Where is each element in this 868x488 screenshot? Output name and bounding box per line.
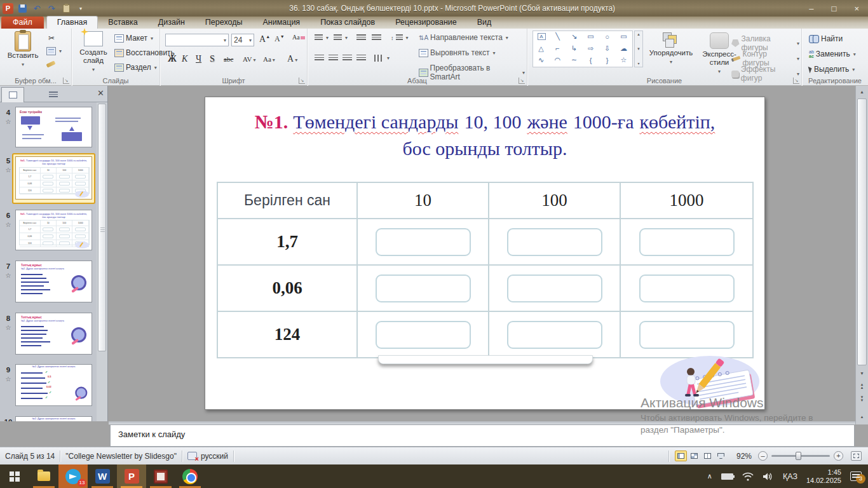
taskbar-picture-manager[interactable] <box>146 464 175 488</box>
previous-slide-button[interactable]: ▲▲ <box>857 381 867 391</box>
find-button[interactable]: Найти <box>807 34 844 44</box>
animation-star-icon[interactable]: ☆ <box>2 324 15 331</box>
justify-button[interactable] <box>355 54 368 62</box>
tab-outline[interactable] <box>42 87 65 102</box>
italic-button[interactable]: К <box>182 54 187 64</box>
slide-sorter-view-button[interactable] <box>688 451 700 461</box>
columns-button[interactable] <box>372 54 391 62</box>
bullets-button[interactable] <box>313 34 330 42</box>
text-shadow-button[interactable]: S <box>210 54 215 64</box>
grow-font-button[interactable]: А▲ <box>259 34 270 44</box>
section-button[interactable]: Раздел <box>112 62 159 72</box>
taskbar-clock[interactable]: 1:4514.02.2025 <box>806 468 841 485</box>
tray-chevron-icon[interactable]: ∧ <box>707 472 712 480</box>
scroll-down-button[interactable]: ▼ <box>857 368 867 379</box>
format-painter-button[interactable] <box>44 62 57 67</box>
wifi-icon[interactable] <box>742 472 754 481</box>
slide-thumbnail-5-selected[interactable]: №1. Төмендегі сандарды 10, 100 және 1000… <box>12 153 95 204</box>
partial-text-box[interactable] <box>378 355 593 364</box>
underline-button[interactable]: Ч <box>196 54 201 64</box>
shrink-font-button[interactable]: А▼ <box>275 34 285 44</box>
slide-canvas[interactable]: №1.Төмендегі сандарды10, 100және1000-ғак… <box>205 97 765 410</box>
slideshow-view-button[interactable] <box>715 451 727 461</box>
qat-customize-button[interactable]: ▾ <box>75 3 86 14</box>
font-name-combo[interactable]: ▾ <box>165 34 229 46</box>
change-case-button[interactable]: Aa <box>263 55 275 63</box>
tab-transitions[interactable]: Переходы <box>195 17 253 29</box>
replace-button[interactable]: abacЗаменить <box>807 49 858 59</box>
answer-box[interactable] <box>639 321 735 349</box>
battery-icon[interactable] <box>721 473 733 480</box>
slide-thumbnail-7[interactable]: Топтық жұмыс №2. Дұрыс шығарылған есепті… <box>15 261 92 302</box>
save-button[interactable] <box>17 3 28 14</box>
line-spacing-button[interactable]: ↕ <box>389 34 410 42</box>
answer-box[interactable] <box>639 228 735 256</box>
tab-view[interactable]: Вид <box>467 17 502 29</box>
taskbar-telegram[interactable]: 13 <box>58 464 88 488</box>
numbering-button[interactable] <box>332 34 349 42</box>
taskbar-word[interactable]: W <box>88 464 117 488</box>
zoom-slider-thumb[interactable] <box>796 452 801 460</box>
taskbar-file-explorer[interactable] <box>29 464 58 488</box>
font-color-button[interactable]: А <box>287 54 297 64</box>
text-direction-button[interactable]: ⇅AНаправление текста <box>417 32 510 43</box>
shapes-gallery[interactable]: A ╲ ↘ ▭ ○ ▭ △ ⌐ ↳ ⇨ ⇩ ☁ ∿ ◠ ∼ { } ☆ <box>532 30 633 67</box>
character-spacing-button[interactable]: AV <box>243 55 256 63</box>
taskbar-chrome[interactable] <box>175 464 205 488</box>
slide-title[interactable]: №1.Төмендегі сандарды10, 100және1000-ғак… <box>205 109 764 162</box>
undo-button[interactable]: ↶ <box>31 3 43 14</box>
notes-pane[interactable]: Заметки к слайду <box>110 424 855 447</box>
cut-button[interactable]: ✂ <box>44 32 58 44</box>
tab-design[interactable]: Дизайн <box>148 17 195 29</box>
powerpoint-app-icon[interactable]: P <box>3 3 13 14</box>
copy-button[interactable] <box>44 46 64 56</box>
paragraph-dialog-launcher[interactable]: ↘ <box>519 78 525 84</box>
slide-thumbnail-4[interactable]: Еске түсірейік <box>15 107 92 147</box>
arrange-button[interactable]: Упорядочить <box>648 32 694 66</box>
drawing-dialog-launcher[interactable]: ↘ <box>793 78 799 84</box>
answer-box[interactable] <box>507 274 602 302</box>
normal-view-button[interactable] <box>675 451 687 461</box>
reading-view-button[interactable] <box>702 451 714 461</box>
notes-scroll-up-button[interactable]: ▲ <box>857 411 867 422</box>
align-right-button[interactable] <box>341 54 354 62</box>
paste-qat-button[interactable] <box>60 3 72 14</box>
increase-indent-button[interactable] <box>370 34 383 42</box>
start-button[interactable] <box>0 464 29 488</box>
zoom-in-button[interactable]: + <box>834 451 843 461</box>
tab-review[interactable]: Рецензирование <box>385 17 467 29</box>
animation-star-icon[interactable]: ☆ <box>2 376 15 383</box>
answer-box[interactable] <box>376 228 471 256</box>
tab-slides-thumbnails[interactable] <box>1 87 24 102</box>
panel-scrollbar-thumb[interactable] <box>98 104 106 351</box>
maximize-button[interactable]: □ <box>832 4 837 13</box>
spellcheck-icon[interactable] <box>187 452 197 460</box>
minimize-button[interactable]: – <box>809 4 813 13</box>
vertical-scrollbar[interactable]: ▲ ▼ ▲▲ ▼▼ ▲ <box>855 86 868 424</box>
slide-thumbnail-10[interactable]: №2. Дұрыс шығарылған есепті анықта ✓ 500… <box>15 416 92 421</box>
animation-star-icon[interactable]: ☆ <box>2 272 15 279</box>
layout-button[interactable]: Макет <box>112 33 155 43</box>
zoom-level[interactable]: 92% <box>736 452 752 461</box>
redo-button[interactable]: ↷ <box>46 3 57 14</box>
keyboard-language[interactable]: ҚАЗ <box>783 472 797 481</box>
notification-center-icon[interactable]: 3 <box>850 471 862 481</box>
strikethrough-button[interactable]: abc <box>224 55 233 63</box>
slide-thumbnail-6[interactable]: №1. Төмендегі сандарды 10, 100 және 1000… <box>15 210 92 250</box>
answer-box[interactable] <box>376 321 471 349</box>
font-size-combo[interactable]: 24▾ <box>231 34 254 46</box>
volume-icon[interactable] <box>763 472 774 481</box>
scroll-up-button[interactable]: ▲ <box>857 86 867 97</box>
tab-slideshow[interactable]: Показ слайдов <box>310 17 385 29</box>
tab-file[interactable]: Файл <box>1 17 44 29</box>
taskbar-powerpoint[interactable]: P <box>117 464 146 488</box>
animation-star-icon[interactable]: ☆ <box>2 221 15 228</box>
align-center-button[interactable] <box>327 54 340 62</box>
slide-table[interactable]: Берілген сан 10 100 1000 1,7 0,06 124 <box>217 182 754 358</box>
slide-thumbnail-9[interactable]: №2. Дұрыс шығарылған есепті анықта ✓ 0,5… <box>15 364 92 406</box>
select-button[interactable]: Выделить <box>807 64 857 74</box>
clipboard-dialog-launcher[interactable]: ↘ <box>63 78 69 84</box>
answer-box[interactable] <box>507 228 602 256</box>
font-dialog-launcher[interactable]: ↘ <box>299 78 305 84</box>
align-text-button[interactable]: Выровнять текст <box>417 48 498 58</box>
